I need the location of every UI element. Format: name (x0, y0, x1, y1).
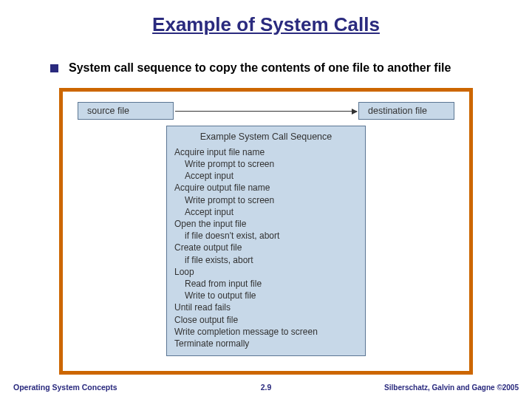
seq-line: if file exists, abort (174, 254, 358, 266)
destination-file-box: destination file (358, 102, 454, 120)
diagram-top-row: source file destination file (78, 102, 454, 120)
arrow-line (175, 111, 357, 112)
seq-line: Create output file (174, 242, 358, 253)
seq-line: Write to output file (174, 290, 358, 301)
seq-line: Terminate normally (174, 338, 358, 349)
seq-line: Write completion message to screen (174, 326, 358, 338)
slide-footer: Operating System Concepts 2.9 Silberscha… (0, 383, 532, 392)
seq-line: Acquire input file name (174, 146, 358, 158)
seq-line: Accept input (174, 206, 358, 218)
footer-page-number: 2.9 (261, 383, 272, 392)
square-bullet-icon (50, 64, 58, 72)
bullet-text: System call sequence to copy the content… (69, 61, 451, 75)
seq-line: if file doesn't exist, abort (174, 230, 358, 242)
arrow-head-icon (352, 109, 358, 115)
bullet-item: System call sequence to copy the content… (50, 61, 510, 75)
seq-line: Write prompt to screen (174, 158, 358, 170)
seq-line: Accept input (174, 170, 358, 182)
seq-line: Acquire output file name (174, 182, 358, 194)
seq-line: Write prompt to screen (174, 194, 358, 206)
diagram-frame: source file destination file Example Sys… (59, 88, 473, 375)
page-title: Example of System Calls (22, 13, 510, 36)
seq-line: Loop (174, 266, 358, 278)
slide: Example of System Calls System call sequ… (0, 0, 532, 399)
seq-line: Read from input file (174, 278, 358, 290)
seq-line: Open the input file (174, 218, 358, 230)
seq-line: Until read fails (174, 301, 358, 313)
source-file-box: source file (78, 102, 174, 120)
sequence-title: Example System Call Sequence (174, 131, 358, 143)
footer-left: Operating System Concepts (13, 383, 117, 392)
seq-line: Close output file (174, 314, 358, 326)
footer-credits: Silberschatz, Galvin and Gagne ©2005 (384, 383, 519, 392)
sequence-box: Example System Call Sequence Acquire inp… (166, 126, 366, 356)
